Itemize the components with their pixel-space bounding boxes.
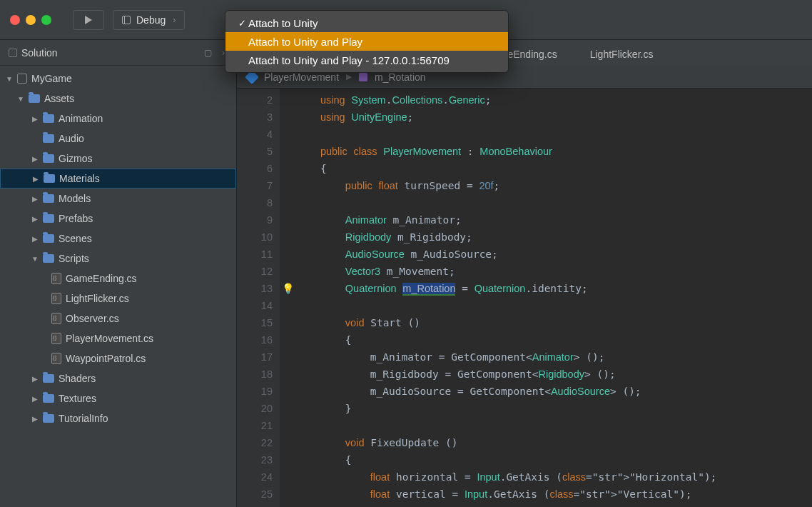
glyph-margin: 💡 xyxy=(280,89,295,507)
tree-file-gameending[interactable]: GameEnding.cs xyxy=(0,268,236,288)
chevron-right-icon: › xyxy=(173,15,176,25)
tree-label: Prefabs xyxy=(59,213,93,224)
run-config-label: Debug xyxy=(136,14,166,26)
chevron-right-icon: ▶ xyxy=(31,415,39,423)
tree-label: TutorialInfo xyxy=(59,413,108,424)
tree-file-playermovement[interactable]: PlayerMovement.cs xyxy=(0,328,236,348)
folder-icon xyxy=(43,114,54,123)
tree-label: MyGame xyxy=(31,73,72,84)
line-number-gutter: 2345678910111213141516171819202122232425 xyxy=(237,89,280,507)
csharp-file-icon xyxy=(51,353,61,364)
tree-label: Scripts xyxy=(59,253,89,264)
tab-lightflicker[interactable]: LightFlicker.cs xyxy=(576,43,668,66)
tree-folder-textures[interactable]: ▶ Textures xyxy=(0,388,236,408)
folder-icon xyxy=(43,414,54,423)
tree-label: Scenes xyxy=(59,233,92,244)
folder-icon xyxy=(43,214,54,223)
chevron-right-icon: ▶ xyxy=(31,215,39,223)
folder-icon xyxy=(43,374,54,383)
tree-folder-materials[interactable]: ▶ Materials xyxy=(0,169,236,189)
csharp-file-icon xyxy=(51,293,61,304)
collapse-icon[interactable]: ▢ xyxy=(201,48,215,58)
tree-label: LightFlicker.cs xyxy=(66,293,129,304)
tree-folder-gizmos[interactable]: ▶ Gizmos xyxy=(0,149,236,169)
run-config-dropdown[interactable]: ✓ Attach to Unity Attach to Unity and Pl… xyxy=(225,10,509,73)
dropdown-item-label: Attach to Unity and Play - 127.0.0.1:567… xyxy=(248,54,450,66)
csharp-file-icon xyxy=(51,313,61,324)
solution-pane: Solution ▢ › ▼ MyGame ▼ Assets ▶ Animati… xyxy=(0,40,237,507)
tree-folder-animation[interactable]: ▶ Animation xyxy=(0,109,236,129)
folder-icon xyxy=(29,94,40,103)
chevron-down-icon: ▼ xyxy=(17,95,24,103)
solution-header[interactable]: Solution ▢ › xyxy=(0,40,236,66)
folder-icon xyxy=(43,194,54,203)
lightbulb-icon[interactable]: 💡 xyxy=(282,283,294,294)
tree-label: Materials xyxy=(59,173,100,184)
tree-folder-models[interactable]: ▶ Models xyxy=(0,189,236,209)
solution-title: Solution xyxy=(21,47,58,59)
minimize-window-button[interactable] xyxy=(26,15,36,25)
run-button[interactable] xyxy=(73,10,104,30)
close-window-button[interactable] xyxy=(10,15,20,25)
check-icon: ✓ xyxy=(235,18,248,29)
csharp-file-icon xyxy=(51,333,61,344)
tree-label: Textures xyxy=(59,393,96,404)
config-icon xyxy=(122,16,131,24)
tree-label: GameEnding.cs xyxy=(66,273,137,284)
tree-folder-scripts[interactable]: ▼ Scripts xyxy=(0,249,236,268)
chevron-right-icon: ▶ xyxy=(31,195,39,203)
tree-label: Gizmos xyxy=(59,153,92,164)
chevron-down-icon: ▼ xyxy=(6,75,13,83)
editor-area: ameEnding.cs LightFlicker.cs PlayerMovem… xyxy=(237,40,812,507)
tree-folder-shaders[interactable]: ▶ Shaders xyxy=(0,368,236,388)
tree-file-observer[interactable]: Observer.cs xyxy=(0,308,236,328)
chevron-right-icon: ▶ xyxy=(31,375,39,383)
maximize-window-button[interactable] xyxy=(41,15,51,25)
chevron-right-icon: ▶ xyxy=(32,175,39,183)
tree-folder-audio[interactable]: Audio xyxy=(0,129,236,149)
folder-icon xyxy=(43,134,54,143)
code-content[interactable]: using System.Collections.Generic; using … xyxy=(295,89,812,507)
tree-label: Animation xyxy=(59,113,103,124)
tree-label: Assets xyxy=(44,93,74,104)
tree-folder-prefabs[interactable]: ▶ Prefabs xyxy=(0,209,236,229)
dropdown-item-attach-unity-play-ip[interactable]: Attach to Unity and Play - 127.0.0.1:567… xyxy=(225,51,508,69)
chevron-right-icon: ▶ xyxy=(31,115,39,123)
project-icon xyxy=(17,74,27,84)
tree-file-waypointpatrol[interactable]: WaypointPatrol.cs xyxy=(0,348,236,368)
tree-folder-assets[interactable]: ▼ Assets xyxy=(0,89,236,109)
field-icon xyxy=(359,73,367,81)
play-icon xyxy=(85,16,92,24)
solution-tree[interactable]: ▼ MyGame ▼ Assets ▶ Animation Audio ▶ xyxy=(0,66,236,507)
chevron-right-icon: ▶ xyxy=(31,395,39,403)
folder-icon xyxy=(43,394,54,403)
tree-label: Shaders xyxy=(59,373,96,384)
dropdown-item-attach-unity[interactable]: ✓ Attach to Unity xyxy=(225,14,508,32)
tree-file-lightflicker[interactable]: LightFlicker.cs xyxy=(0,288,236,308)
tab-label: LightFlicker.cs xyxy=(590,49,654,60)
dropdown-item-attach-unity-play[interactable]: Attach to Unity and Play xyxy=(225,32,508,51)
chevron-right-icon: ▶ xyxy=(346,72,352,81)
tree-label: PlayerMovement.cs xyxy=(66,333,153,344)
tree-label: WaypointPatrol.cs xyxy=(66,353,146,364)
solution-icon xyxy=(9,49,17,57)
chevron-right-icon: ▶ xyxy=(31,155,39,163)
dropdown-item-label: Attach to Unity and Play xyxy=(248,36,362,48)
tree-folder-scenes[interactable]: ▶ Scenes xyxy=(0,229,236,249)
code-editor[interactable]: 2345678910111213141516171819202122232425… xyxy=(237,89,812,507)
tree-label: Audio xyxy=(59,133,84,144)
tree-label: Observer.cs xyxy=(66,313,119,324)
csharp-file-icon xyxy=(51,273,61,284)
run-config-selector[interactable]: Debug › xyxy=(113,10,185,30)
window-controls xyxy=(10,15,51,25)
chevron-right-icon: ▶ xyxy=(31,235,39,243)
folder-icon xyxy=(43,234,54,243)
dropdown-item-label: Attach to Unity xyxy=(248,17,318,29)
tree-label: Models xyxy=(59,193,91,204)
folder-icon xyxy=(43,254,54,263)
tree-project[interactable]: ▼ MyGame xyxy=(0,69,236,89)
tree-folder-tutorialinfo[interactable]: ▶ TutorialInfo xyxy=(0,408,236,428)
chevron-down-icon: ▼ xyxy=(31,255,39,263)
folder-icon xyxy=(44,174,55,183)
folder-icon xyxy=(43,154,54,163)
